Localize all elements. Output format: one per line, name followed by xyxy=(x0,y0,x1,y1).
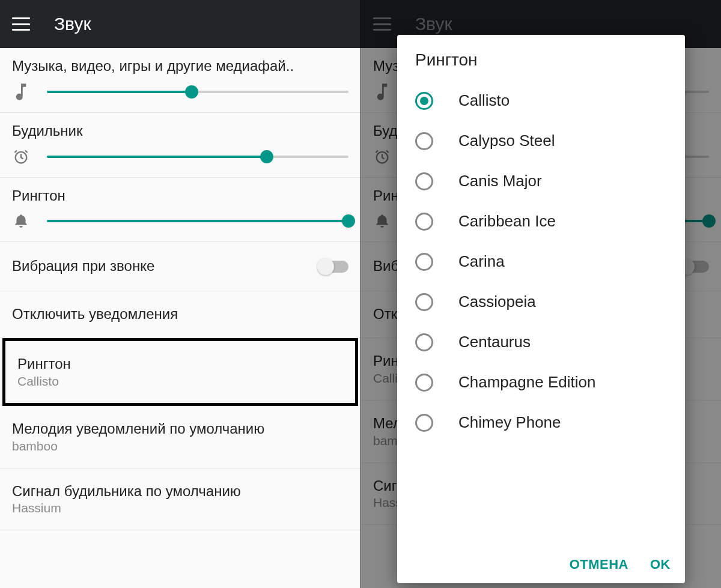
ringtone-picker-dialog: Рингтон CallistoCalypso SteelCanis Major… xyxy=(397,35,685,583)
dialog-actions: ОТМЕНА OK xyxy=(397,548,685,583)
alarm-sound-label: Сигнал будильника по умолчанию xyxy=(12,483,348,500)
bell-icon xyxy=(12,213,30,229)
alarm-volume-row: Будильник xyxy=(0,113,360,178)
radio-icon xyxy=(415,374,433,392)
alarm-sound-row[interactable]: Сигнал будильника по умолчанию Hassium xyxy=(0,468,360,531)
ringtone-option[interactable]: Cassiopeia xyxy=(397,282,685,322)
ringtone-option[interactable]: Centaurus xyxy=(397,322,685,362)
radio-icon xyxy=(415,414,433,432)
ringtone-option-label: Centaurus xyxy=(458,333,531,351)
radio-icon xyxy=(415,172,433,190)
notification-sound-row[interactable]: Мелодия уведомлений по умолчанию bamboo xyxy=(0,406,360,468)
radio-icon xyxy=(415,293,433,311)
menu-icon[interactable] xyxy=(12,17,30,31)
ringtone-option-label: Cassiopeia xyxy=(458,292,536,311)
ringtone-option[interactable]: Carina xyxy=(397,241,685,282)
ringtone-option-label: Chimey Phone xyxy=(458,413,561,432)
settings-list: Музыка, видео, игры и другие медиафай.. … xyxy=(0,48,360,530)
dialog-title: Рингтон xyxy=(397,35,685,80)
ringtone-option-label: Carina xyxy=(458,252,505,271)
ringtone-volume-slider[interactable] xyxy=(47,214,348,228)
vibrate-on-call-toggle[interactable] xyxy=(318,261,348,273)
ringtone-volume-row: Рингтон xyxy=(0,178,360,243)
music-note-icon xyxy=(12,83,30,100)
radio-icon xyxy=(415,253,433,271)
alarm-volume-label: Будильник xyxy=(12,123,348,140)
ringtone-option[interactable]: Canis Major xyxy=(397,161,685,201)
mute-notifications-row[interactable]: Отключить уведомления xyxy=(0,291,360,338)
appbar: Звук xyxy=(0,0,360,48)
notification-sound-label: Мелодия уведомлений по умолчанию xyxy=(12,420,348,438)
ringtone-option-label: Champagne Edition xyxy=(458,373,595,392)
ringtone-option[interactable]: Chimey Phone xyxy=(397,402,685,443)
ringtone-row[interactable]: Рингтон Callisto xyxy=(2,338,358,406)
alarm-clock-icon xyxy=(12,148,30,165)
cancel-button[interactable]: ОТМЕНА xyxy=(570,557,628,572)
ringtone-option-list: CallistoCalypso SteelCanis MajorCaribbea… xyxy=(397,80,685,548)
radio-icon xyxy=(415,92,433,110)
radio-icon xyxy=(415,132,433,150)
ringtone-option[interactable]: Caribbean Ice xyxy=(397,201,685,241)
ringtone-option-label: Caribbean Ice xyxy=(458,212,556,231)
settings-pane-right: Звук Музыка, видео, игры и другие медиаф… xyxy=(360,0,721,588)
ringtone-option-label: Calypso Steel xyxy=(458,132,555,150)
mute-notifications-label: Отключить уведомления xyxy=(12,306,348,323)
settings-pane-left: Звук Музыка, видео, игры и другие медиаф… xyxy=(0,0,360,588)
ringtone-option-label: Callisto xyxy=(458,91,510,110)
ringtone-option[interactable]: Calypso Steel xyxy=(397,121,685,161)
alarm-sound-value: Hassium xyxy=(12,501,348,515)
media-volume-row: Музыка, видео, игры и другие медиафай.. xyxy=(0,48,360,113)
vibrate-on-call-row[interactable]: Вибрация при звонке xyxy=(0,242,360,291)
ok-button[interactable]: OK xyxy=(650,557,671,572)
radio-icon xyxy=(415,213,433,231)
ringtone-row-value: Callisto xyxy=(17,374,343,389)
ringtone-option[interactable]: Callisto xyxy=(397,80,685,121)
ringtone-option-label: Canis Major xyxy=(458,172,542,190)
appbar-title: Звук xyxy=(54,14,91,34)
ringtone-row-label: Рингтон xyxy=(17,356,343,373)
radio-icon xyxy=(415,333,433,351)
ringtone-volume-label: Рингтон xyxy=(12,187,348,205)
notification-sound-value: bamboo xyxy=(12,439,348,453)
alarm-volume-slider[interactable] xyxy=(47,150,348,164)
media-volume-label: Музыка, видео, игры и другие медиафай.. xyxy=(12,58,348,75)
vibrate-on-call-label: Вибрация при звонке xyxy=(12,258,154,275)
media-volume-slider[interactable] xyxy=(47,85,348,99)
ringtone-option[interactable]: Champagne Edition xyxy=(397,362,685,402)
